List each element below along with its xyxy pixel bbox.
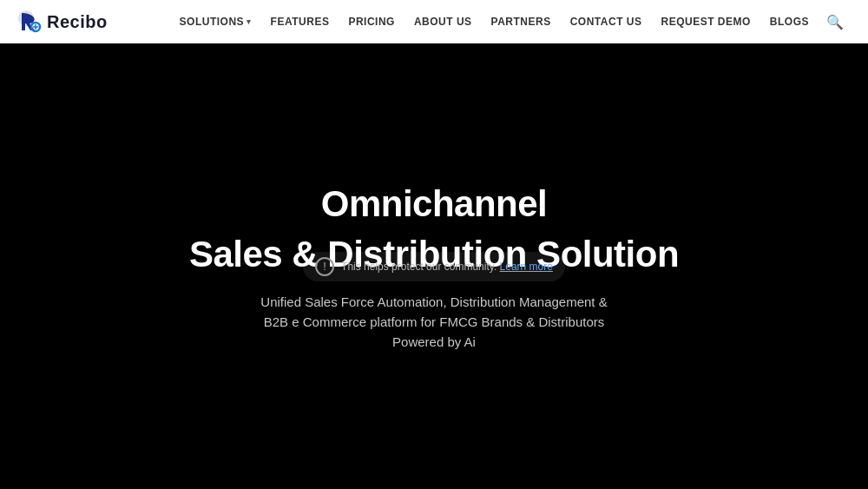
hero-subtitle-line2: B2B e Commerce platform for FMCG Brands … [264,314,605,329]
navbar: Recibo SOLUTIONS ▾ FEATURES PRICING ABOU… [0,0,868,43]
hero-section: Omnichannel Sales & Distribution Solutio… [0,43,868,489]
nav-item-contact[interactable]: CONTACT US [562,10,651,33]
brand-logo-link[interactable]: Recibo [17,10,108,34]
nav-item-blogs[interactable]: BLOGS [761,10,818,33]
nav-menu: SOLUTIONS ▾ FEATURES PRICING ABOUT US PA… [171,10,851,34]
nav-link-pricing[interactable]: PRICING [339,10,404,33]
chevron-down-icon: ▾ [247,17,252,26]
nav-item-pricing[interactable]: PRICING [339,10,404,33]
nav-link-solutions[interactable]: SOLUTIONS ▾ [171,10,260,33]
info-overlay-learn-more-link[interactable]: Learn more [500,261,553,273]
nav-link-about[interactable]: ABOUT US [405,10,481,33]
nav-item-partners[interactable]: PARTNERS [483,10,560,33]
nav-item-features[interactable]: FEATURES [262,10,339,33]
nav-item-about[interactable]: ABOUT US [405,10,481,33]
recibo-logo-icon [17,10,42,34]
nav-item-search[interactable]: 🔍 [819,10,851,34]
search-button[interactable]: 🔍 [819,10,851,34]
info-overlay-text: This helps protect our community. Learn … [341,261,553,273]
nav-link-features[interactable]: FEATURES [262,10,339,33]
nav-link-request-demo[interactable]: REQUEST DEMO [652,10,759,33]
info-overlay: ! This helps protect our community. Lear… [303,252,565,281]
nav-link-partners[interactable]: PARTNERS [483,10,560,33]
search-icon: 🔍 [826,15,844,30]
hero-subtitle-line1: Unified Sales Force Automation, Distribu… [260,294,607,309]
nav-item-request-demo[interactable]: REQUEST DEMO [652,10,759,33]
brand-logo: Recibo [17,10,108,34]
brand-name: Recibo [47,12,108,32]
hero-title-line1: Omnichannel [321,183,548,225]
nav-link-contact[interactable]: CONTACT US [562,10,651,33]
nav-link-blogs[interactable]: BLOGS [761,10,818,33]
nav-item-solutions[interactable]: SOLUTIONS ▾ [171,10,260,33]
hero-subtitle-line3: Powered by Ai [392,334,476,349]
info-icon: ! [315,257,334,276]
